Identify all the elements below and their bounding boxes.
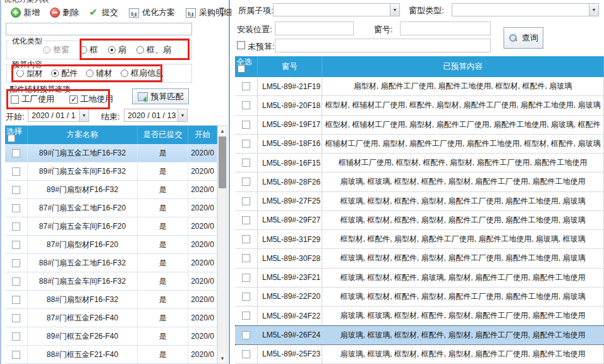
budget-table-row[interactable]: LM5L-89#-28F26扇玻璃, 框玻璃, 框型材, 框配件, 扇型材, 扇… [235,173,604,191]
plan-name-column-header[interactable]: 方案名称 [28,126,138,144]
row-checkbox[interactable] [242,216,250,224]
budget-table-row[interactable]: LM5L-89#-26F24扇玻璃, 框玻璃, 框型材, 框配件, 扇型材, 扇… [235,325,604,344]
select-column-header[interactable]: 选择 [5,126,28,144]
checkbox-option[interactable]: 工地使用 [69,94,113,105]
radio-option[interactable]: 配件 [51,68,78,79]
budget-table-row[interactable]: LM5L-89#-19F17框型材, 框辅材工厂使用, 扇型材, 扇配件工厂使用… [235,116,604,135]
row-checkbox[interactable] [242,274,250,282]
end-date-picker[interactable]: 2020 / 01 / 13 ▼ [124,109,188,122]
row-checkbox[interactable] [242,350,250,358]
budget-table-row[interactable]: LM5L-89#-18F16框辅材工厂使用, 扇型材, 扇配件工厂使用, 扇配件… [235,135,604,154]
plan-table-row[interactable]: 88#门框五金F21-F40是2020/0 [5,346,217,364]
row-checkbox[interactable] [12,351,20,359]
toolbar-overflow-button[interactable]: ▼ [217,6,226,20]
select-all-column-header[interactable]: 全选 [235,56,258,77]
plan-filter-input[interactable] [6,23,192,35]
row-checkbox[interactable] [242,254,250,262]
submit-button[interactable]: ✔ 提交 [84,4,123,21]
row-checkbox[interactable] [242,121,250,129]
budget-match-button[interactable]: 预算匹配 [132,88,189,104]
budgeted-content-cell: 扇型材, 扇配件工厂使用, 扇配件工地使用, 框型材, 框配件, 扇玻璃 [322,77,604,95]
budget-table-row[interactable]: LM5L-89#-21F19扇型材, 扇配件工厂使用, 扇配件工地使用, 框型材… [235,77,604,96]
query-button[interactable]: 查询 [504,27,543,49]
budget-table-row[interactable]: LM5L-89#-31F29框型材, 框配件, 扇型材, 扇配件工厂使用, 扇配… [235,230,604,249]
radio-circle-icon [108,46,116,54]
budget-table-row[interactable]: LM5L-89#-27F25框玻璃, 框型材, 框配件, 扇型材, 扇配件工厂使… [235,192,604,211]
no-budget-input[interactable] [275,39,491,52]
budget-table-row[interactable]: LM5L-89#-29F27框玻璃, 框型材, 框配件, 扇型材, 扇配件工厂使… [235,211,604,230]
budget-table-row[interactable]: LM5L-89#-16F15框辅材工厂使用, 框型材, 框配件, 扇型材, 扇配… [235,154,604,173]
row-checkbox[interactable] [242,197,250,205]
plan-table-row[interactable]: 87#门扇型材F16-F20是2020/0 [5,236,217,254]
plan-table-row[interactable]: 87#门扇五金工地F16-F20是2020/0 [5,199,217,217]
chevron-down-icon[interactable]: ▼ [390,4,399,16]
install-position-input[interactable] [275,21,354,35]
row-checkbox[interactable] [242,312,250,320]
plan-table-row[interactable]: 87#门扇五金车间F16-F20是2020/0 [5,217,217,236]
delete-button[interactable]: 删除 [45,4,84,21]
radio-circle-icon [80,46,87,54]
radio-option[interactable]: 框 [80,44,98,56]
row-checkbox[interactable] [242,159,250,167]
radio-option[interactable]: 扇 [108,44,126,56]
plan-table-row[interactable]: 89#门扇型材F16-F32是2020/0 [5,181,217,199]
submitted-column-header[interactable]: 是否已提交 [138,126,188,144]
row-checkbox[interactable] [12,204,20,212]
budget-table-row[interactable]: LM5L-89#-23F21框玻璃, 框型材, 框配件, 扇玻璃, 扇型材, 扇… [235,269,604,288]
budget-table-row[interactable]: LM5L-89#-30F28框玻璃, 框型材, 框配件, 扇型材, 扇配件工厂使… [235,249,604,268]
row-checkbox[interactable] [242,178,250,186]
row-checkbox[interactable] [12,277,20,286]
plan-table-row[interactable]: 89#门扇五金车间F16-F32是2020/0 [5,162,217,181]
row-checkbox[interactable] [12,222,20,231]
row-checkbox[interactable] [12,259,20,267]
budget-table-row[interactable]: LM5L-89#-25F23扇玻璃, 框玻璃, 框型材, 框配件, 扇型材, 扇… [235,345,604,364]
row-checkbox[interactable] [12,149,20,157]
radio-option[interactable]: 辅材 [86,68,112,79]
row-checkbox[interactable] [242,235,250,243]
row-checkbox[interactable] [242,82,250,90]
select-all-checkbox[interactable] [8,135,15,142]
start-date-cell: 2020/0 [188,236,217,253]
budgeted-content-column-header[interactable]: 已预算内容 [322,56,604,77]
row-checkbox[interactable] [242,101,250,109]
chevron-down-icon[interactable]: ▼ [589,4,598,16]
row-checkbox[interactable] [12,186,20,194]
plan-table-row[interactable]: 88#门扇五金车间F16-F32是2020/0 [5,272,217,291]
select-all-checkbox[interactable] [238,65,245,73]
radio-label: 整窗 [53,44,69,56]
budget-table-row[interactable]: LM5L-89#-20F18框型材, 框辅材工厂使用, 框配件, 扇型材, 扇配… [235,96,604,115]
chevron-down-icon[interactable]: ▼ [178,109,187,121]
plan-table-row[interactable]: 88#门扇五金工地F16-F32是2020/0 [5,254,217,272]
optimize-plan-button[interactable]: 优化方案 [123,4,180,21]
row-checkbox[interactable] [242,331,250,339]
scroll-up-icon[interactable]: ▲ [218,126,227,136]
window-no-column-header[interactable]: 窗号 [258,56,322,77]
scroll-down-icon[interactable]: ▼ [218,353,227,363]
window-no-input[interactable] [400,21,491,35]
row-checkbox[interactable] [12,241,20,249]
row-checkbox[interactable] [12,167,20,176]
row-checkbox[interactable] [12,314,20,322]
add-button[interactable]: 新增 [6,4,45,21]
budget-table-row[interactable]: LM5L-89#-24F22扇玻璃, 框玻璃, 框型材, 框配件, 扇型材, 扇… [235,306,604,325]
row-checkbox[interactable] [242,140,250,148]
no-budget-checkbox[interactable] [237,41,245,49]
scrollbar-thumb[interactable] [219,136,226,188]
radio-option[interactable]: 框、扇 [136,44,171,56]
radio-option[interactable]: 框扇信息 [121,68,164,79]
row-checkbox[interactable] [12,332,20,341]
chevron-down-icon[interactable]: ▼ [79,109,88,121]
plan-table-row[interactable]: 89#门框五金F26-F40是2020/0 [5,327,217,346]
plan-table-row[interactable]: 89#门扇五金工地F16-F32是2020/0 [5,144,217,162]
start-column-header[interactable]: 开始 [188,126,217,144]
plan-table-scrollbar[interactable]: ▲ ▼ [217,125,227,364]
start-date-picker[interactable]: 2020 / 01 / 1 ▼ [28,109,89,122]
budget-table-row[interactable]: LM5L-89#-22F20框玻璃, 框型材, 框配件, 扇型材, 扇配件工厂使… [235,288,604,306]
row-checkbox[interactable] [242,293,250,301]
plan-table-row[interactable]: 87#门框五金F26-F40是2020/0 [5,309,217,327]
checkbox-option[interactable]: 工厂使用 [11,94,54,105]
window-type-combobox[interactable]: ▼ [452,3,599,16]
sub-item-combobox[interactable]: ▼ [273,3,400,16]
plan-table-row[interactable]: 88#门扇型材F16-F32是2020/0 [5,291,217,309]
row-checkbox[interactable] [12,296,20,304]
